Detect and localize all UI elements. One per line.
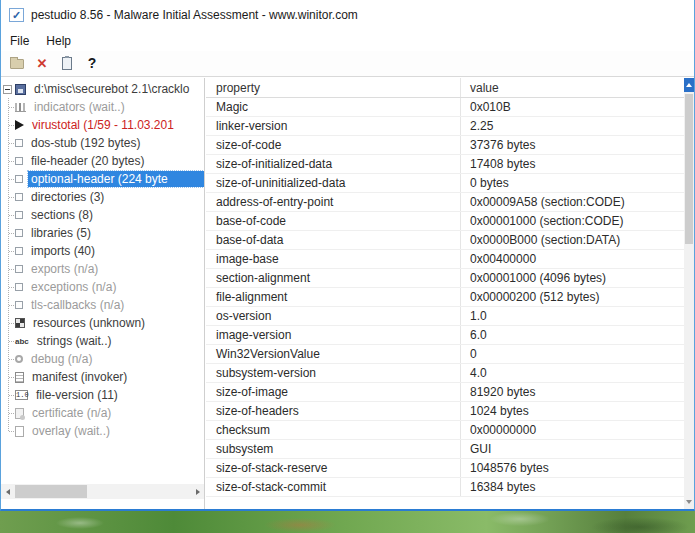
tree-item-label: overlay (wait..) — [29, 423, 113, 439]
value-cell: GUI — [461, 440, 685, 458]
open-folder-icon — [10, 59, 24, 69]
tree-item-sections[interactable]: sections (8) — [1, 206, 204, 224]
property-cell: Win32VersionValue — [206, 345, 461, 363]
drive-icon — [15, 84, 26, 95]
collapse-toggle[interactable] — [3, 85, 12, 94]
tree-item-label: sections (8) — [28, 207, 96, 223]
table-row[interactable]: subsystem-version4.0 — [206, 364, 685, 383]
tree-item-label: certificate (n/a) — [29, 405, 114, 421]
tree-item-label: exceptions (n/a) — [28, 279, 119, 295]
table-row[interactable]: size-of-stack-reserve1048576 bytes — [206, 459, 685, 478]
tree-item-certificate[interactable]: certificate (n/a) — [1, 404, 204, 422]
tree-item-label: dos-stub (192 bytes) — [28, 135, 143, 151]
horizontal-scroll-thumb[interactable] — [15, 485, 87, 498]
tree-item-manifest[interactable]: manifest (invoker) — [1, 368, 204, 386]
table-vertical-scrollbar[interactable] — [684, 78, 694, 509]
desktop-wallpaper — [0, 511, 695, 533]
tree-item-file-version[interactable]: 1.0file-version (11) — [1, 386, 204, 404]
left-arrow-icon — [6, 489, 10, 495]
column-header-property[interactable]: property — [206, 78, 461, 97]
right-arrow-icon — [196, 489, 200, 495]
open-file-button[interactable] — [6, 54, 28, 74]
tree-item-file-header[interactable]: file-header (20 bytes) — [1, 152, 204, 170]
box-icon — [15, 139, 23, 147]
value-cell: 37376 bytes — [461, 136, 685, 154]
table-row[interactable]: size-of-image81920 bytes — [206, 383, 685, 402]
table-row[interactable]: size-of-initialized-data17408 bytes — [206, 155, 685, 174]
tree-item-label: libraries (5) — [28, 225, 94, 241]
tree-item-resources[interactable]: resources (unknown) — [1, 314, 204, 332]
tree-horizontal-scrollbar[interactable] — [1, 484, 205, 499]
virustotal-icon — [15, 120, 24, 130]
tree-item-debug[interactable]: debug (n/a) — [1, 350, 204, 368]
tree-item-list: indicators (wait..)virustotal (1/59 - 11… — [1, 98, 204, 440]
tree-item-exports[interactable]: exports (n/a) — [1, 260, 204, 278]
table-row[interactable]: Magic0x010B — [206, 98, 685, 117]
box-icon — [15, 157, 23, 165]
table-row[interactable]: subsystemGUI — [206, 440, 685, 459]
table-body: Magic0x010Blinker-version2.25size-of-cod… — [206, 98, 685, 497]
value-cell: 0x0000B000 (section:DATA) — [461, 231, 685, 249]
remove-file-button[interactable] — [31, 54, 53, 74]
table-row[interactable]: size-of-headers1024 bytes — [206, 402, 685, 421]
scroll-down-button[interactable] — [684, 495, 694, 509]
tree-item-strings[interactable]: abcstrings (wait..) — [1, 332, 204, 350]
value-cell: 0x00009A58 (section:CODE) — [461, 193, 685, 211]
overlay-icon — [15, 426, 24, 437]
value-cell: 1.0 — [461, 307, 685, 325]
tree-item-label: tls-callbacks (n/a) — [28, 297, 127, 313]
tree-item-directories[interactable]: directories (3) — [1, 188, 204, 206]
value-cell: 1048576 bytes — [461, 459, 685, 477]
debug-icon — [15, 355, 23, 363]
table-row[interactable]: base-of-code0x00001000 (section:CODE) — [206, 212, 685, 231]
title-bar: pestudio 8.56 - Malware Initial Assessme… — [1, 0, 694, 30]
tree-item-exceptions[interactable]: exceptions (n/a) — [1, 278, 204, 296]
box-icon — [15, 301, 23, 309]
table-row[interactable]: checksum0x00000000 — [206, 421, 685, 440]
table-row[interactable]: size-of-code37376 bytes — [206, 136, 685, 155]
table-row[interactable]: image-base0x00400000 — [206, 250, 685, 269]
table-row[interactable]: section-alignment0x00001000 (4096 bytes) — [206, 269, 685, 288]
value-cell: 2.25 — [461, 117, 685, 135]
tree-item-libraries[interactable]: libraries (5) — [1, 224, 204, 242]
scroll-left-button[interactable] — [1, 484, 15, 499]
pestudio-window: pestudio 8.56 - Malware Initial Assessme… — [0, 0, 695, 511]
tree-item-label: manifest (invoker) — [29, 369, 130, 385]
tree-item-label: indicators (wait..) — [31, 99, 128, 115]
abc-icon: abc — [15, 337, 29, 346]
scroll-up-button[interactable] — [684, 78, 694, 92]
tree-item-overlay[interactable]: overlay (wait..) — [1, 422, 204, 440]
table-row[interactable]: size-of-uninitialized-data0 bytes — [206, 174, 685, 193]
tree-item-optional-header[interactable]: optional-header (224 byte — [1, 170, 204, 188]
value-cell: 0x00000000 — [461, 421, 685, 439]
table-row[interactable]: linker-version2.25 — [206, 117, 685, 136]
table-row[interactable]: address-of-entry-point0x00009A58 (sectio… — [206, 193, 685, 212]
table-row[interactable]: image-version6.0 — [206, 326, 685, 345]
tree-item-indicators[interactable]: indicators (wait..) — [1, 98, 204, 116]
tree-item-label: directories (3) — [28, 189, 107, 205]
property-cell: image-version — [206, 326, 461, 344]
table-row[interactable]: os-version1.0 — [206, 307, 685, 326]
vertical-scroll-thumb[interactable] — [685, 94, 693, 244]
tree-item-label: imports (40) — [28, 243, 98, 259]
tree-item-virustotal[interactable]: virustotal (1/59 - 11.03.201 — [1, 116, 204, 134]
property-cell: size-of-headers — [206, 402, 461, 420]
table-row[interactable]: Win32VersionValue0 — [206, 345, 685, 364]
tree-item-imports[interactable]: imports (40) — [1, 242, 204, 260]
property-cell: size-of-stack-commit — [206, 478, 461, 496]
tree-root-item[interactable]: d:\misc\securebot 2.1\cracklo — [1, 80, 204, 98]
property-cell: size-of-stack-reserve — [206, 459, 461, 477]
table-row[interactable]: file-alignment0x00000200 (512 bytes) — [206, 288, 685, 307]
manifest-icon — [15, 372, 24, 383]
copy-button[interactable] — [56, 54, 78, 74]
box-icon — [15, 283, 23, 291]
help-button[interactable] — [81, 54, 103, 74]
column-header-value[interactable]: value — [461, 78, 685, 97]
tree-item-tls-callbacks[interactable]: tls-callbacks (n/a) — [1, 296, 204, 314]
table-row[interactable]: base-of-data0x0000B000 (section:DATA) — [206, 231, 685, 250]
scroll-right-button[interactable] — [191, 484, 205, 499]
menu-file[interactable]: File — [10, 34, 29, 48]
table-row[interactable]: size-of-stack-commit16384 bytes — [206, 478, 685, 497]
menu-help[interactable]: Help — [46, 34, 71, 48]
tree-item-dos-stub[interactable]: dos-stub (192 bytes) — [1, 134, 204, 152]
